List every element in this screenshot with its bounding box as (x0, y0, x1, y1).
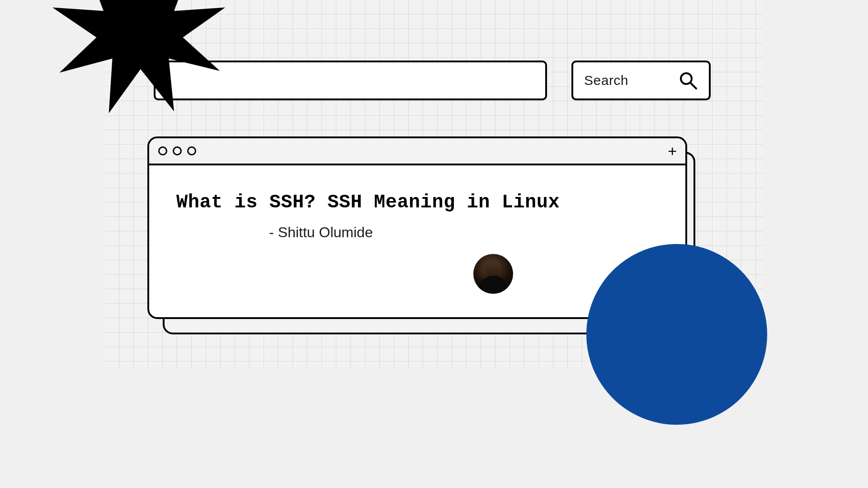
author-avatar (473, 254, 513, 294)
svg-marker-0 (52, 0, 225, 113)
starburst-decoration (51, 0, 227, 122)
search-label: Search (584, 73, 628, 88)
blue-circle-decoration (586, 244, 767, 425)
traffic-light-dot[interactable] (173, 146, 182, 155)
page-canvas: Search + What is SSH? SSH Meaning in Lin… (105, 0, 763, 369)
traffic-light-dot[interactable] (158, 146, 167, 155)
window-content: What is SSH? SSH Meaning in Linux - Shit… (149, 165, 685, 241)
article-title: What is SSH? SSH Meaning in Linux (176, 192, 658, 213)
plus-icon[interactable]: + (668, 143, 676, 159)
search-box[interactable]: Search (571, 61, 711, 100)
article-byline: - Shittu Olumide (176, 224, 466, 241)
svg-line-2 (690, 83, 696, 89)
traffic-light-dot[interactable] (187, 146, 196, 155)
traffic-lights (158, 146, 196, 155)
window-titlebar: + (149, 138, 685, 165)
search-icon (678, 70, 698, 90)
